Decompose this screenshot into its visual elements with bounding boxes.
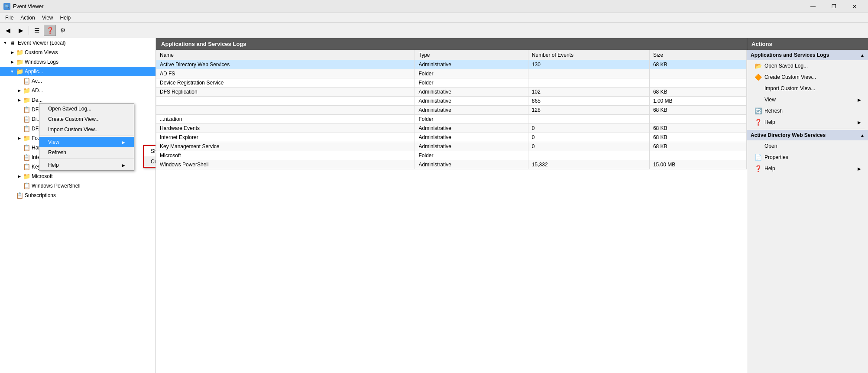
properties-button[interactable]: ⚙ bbox=[57, 25, 69, 36]
show-hide-button[interactable]: ☰ bbox=[31, 25, 43, 36]
table-row[interactable]: Device Registration Service Folder bbox=[156, 78, 747, 88]
tree-label: De... bbox=[32, 97, 42, 103]
center-panel-header: Applications and Services Logs bbox=[156, 38, 747, 50]
cell-type: Administrative bbox=[415, 142, 528, 151]
table-row[interactable]: AD FS Folder bbox=[156, 69, 747, 78]
action-label: Help bbox=[764, 119, 775, 125]
cell-type: Administrative bbox=[415, 88, 528, 97]
action-help2[interactable]: ❓ Help ▶ bbox=[747, 163, 868, 174]
table-row[interactable]: Active Directory Web Services Administra… bbox=[156, 60, 747, 69]
cell-events: 0 bbox=[528, 133, 649, 142]
action-refresh[interactable]: 🔄 Refresh bbox=[747, 105, 868, 117]
cell-name: Active Directory Web Services bbox=[156, 60, 415, 69]
minimize-button[interactable]: — bbox=[803, 0, 823, 13]
help-button[interactable]: ❓ bbox=[44, 25, 56, 36]
action-open[interactable]: Open bbox=[747, 140, 868, 152]
action-label: Import Custom View... bbox=[764, 85, 815, 91]
cell-name bbox=[156, 97, 415, 106]
cell-events bbox=[528, 78, 649, 88]
cell-size: 68 KB bbox=[649, 60, 746, 69]
expand-arrow: ▶ bbox=[9, 60, 16, 64]
table-row[interactable]: Microsoft Folder bbox=[156, 151, 747, 160]
table-row[interactable]: Hardware Events Administrative 0 68 KB bbox=[156, 124, 747, 133]
cell-type: Administrative bbox=[415, 60, 528, 69]
expand-arrow: ▶ bbox=[16, 174, 23, 178]
import-view-icon bbox=[754, 84, 762, 92]
ctx-view[interactable]: View ▶ bbox=[39, 137, 134, 147]
action-label: Create Custom View... bbox=[764, 74, 816, 80]
actions-header: Actions bbox=[747, 38, 868, 50]
col-name[interactable]: Name bbox=[156, 50, 415, 60]
tree-windows-powershell[interactable]: 📋 Windows PowerShell bbox=[0, 181, 155, 191]
action-import-custom-view[interactable]: Import Custom View... bbox=[747, 83, 868, 94]
col-size[interactable]: Size bbox=[649, 50, 746, 60]
action-label: Open bbox=[764, 143, 777, 149]
maximize-button[interactable]: ❐ bbox=[824, 0, 844, 13]
cell-events: 15,332 bbox=[528, 160, 649, 169]
menu-file[interactable]: File bbox=[2, 14, 17, 22]
cell-size bbox=[649, 78, 746, 88]
table-row[interactable]: ...nization Folder bbox=[156, 115, 747, 124]
ctx-import-custom-view[interactable]: Import Custom View... bbox=[39, 124, 134, 135]
tree-custom-views[interactable]: ▶ 📁 Custom Views bbox=[0, 48, 155, 57]
tree-event-viewer-local[interactable]: ▼ 🖥 Event Viewer (Local) bbox=[0, 38, 155, 48]
action-create-custom-view[interactable]: 🔶 Create Custom View... bbox=[747, 71, 868, 83]
cell-name: Internet Explorer bbox=[156, 133, 415, 142]
ctx-open-saved-log[interactable]: Open Saved Log... bbox=[39, 104, 134, 114]
cell-type: Folder bbox=[415, 151, 528, 160]
cell-name: Device Registration Service bbox=[156, 78, 415, 88]
tree-label: Windows PowerShell bbox=[32, 183, 81, 189]
action-section-apps-services[interactable]: Applications and Services Logs ▲ bbox=[747, 50, 868, 60]
open-icon bbox=[754, 142, 762, 150]
ctx-refresh[interactable]: Refresh bbox=[39, 147, 134, 158]
cell-events bbox=[528, 151, 649, 160]
expand-arrow: ▶ bbox=[16, 88, 23, 93]
tree-ac[interactable]: 📋 Ac... bbox=[0, 76, 155, 86]
table-row[interactable]: Administrative 865 1.00 MB bbox=[156, 97, 747, 106]
properties-icon: 📄 bbox=[754, 153, 762, 161]
tree-label: Event Viewer (Local) bbox=[18, 40, 66, 46]
action-label: Help bbox=[764, 165, 775, 172]
action-section-active-dir[interactable]: Active Directory Web Services ▲ bbox=[747, 130, 868, 140]
tree-subscriptions[interactable]: 📋 Subscriptions bbox=[0, 191, 155, 200]
expand-arrow: ▼ bbox=[9, 69, 16, 74]
help-icon: ❓ bbox=[754, 118, 762, 126]
tree-applications-services[interactable]: ▼ 📁 Applic... bbox=[0, 67, 155, 76]
toolbar: ◀ ▶ ☰ ❓ ⚙ bbox=[0, 23, 868, 38]
table-row[interactable]: Windows PowerShell Administrative 15,332… bbox=[156, 160, 747, 169]
cell-events bbox=[528, 115, 649, 124]
table-row[interactable]: DFS Replication Administrative 102 68 KB bbox=[156, 88, 747, 97]
back-button[interactable]: ◀ bbox=[2, 25, 14, 36]
tree-ad[interactable]: ▶ 📁 AD... bbox=[0, 86, 155, 95]
title-bar-controls: — ❐ ✕ bbox=[803, 0, 865, 13]
action-open-saved-log[interactable]: 📂 Open Saved Log... bbox=[747, 60, 868, 71]
expand-arrow: ▼ bbox=[2, 41, 9, 45]
menu-help[interactable]: Help bbox=[57, 14, 74, 22]
ctx-help[interactable]: Help ▶ bbox=[39, 160, 134, 170]
tree-microsoft[interactable]: ▶ 📁 Microsoft bbox=[0, 172, 155, 181]
ctx-create-custom-view[interactable]: Create Custom View... bbox=[39, 114, 134, 124]
tree-windows-logs[interactable]: ▶ 📁 Windows Logs bbox=[0, 57, 155, 67]
folder-icon: 📁 bbox=[16, 68, 23, 75]
action-view[interactable]: View ▶ bbox=[747, 94, 868, 105]
cell-type: Folder bbox=[415, 69, 528, 78]
table-row[interactable]: Internet Explorer Administrative 0 68 KB bbox=[156, 133, 747, 142]
sub-ctx-customize[interactable]: Customize... bbox=[144, 156, 156, 167]
menu-view[interactable]: View bbox=[39, 14, 57, 22]
sub-ctx-show-analytic[interactable]: Show Analytic and Debug Logs bbox=[144, 146, 156, 156]
folder-icon: 📁 bbox=[23, 173, 30, 180]
cell-events: 865 bbox=[528, 97, 649, 106]
forward-button[interactable]: ▶ bbox=[15, 25, 27, 36]
table-row[interactable]: Key Management Service Administrative 0 … bbox=[156, 142, 747, 151]
action-help[interactable]: ❓ Help ▶ bbox=[747, 117, 868, 128]
col-type[interactable]: Type bbox=[415, 50, 528, 60]
action-properties[interactable]: 📄 Properties bbox=[747, 152, 868, 163]
table-row[interactable]: Administrative 128 68 KB bbox=[156, 106, 747, 115]
title-bar: 🔍 Event Viewer — ❐ ✕ bbox=[0, 0, 868, 13]
col-events[interactable]: Number of Events bbox=[528, 50, 649, 60]
cell-size: 68 KB bbox=[649, 133, 746, 142]
expand-arrow: ▶ bbox=[16, 136, 23, 140]
close-button[interactable]: ✕ bbox=[845, 0, 865, 13]
action-label: Refresh bbox=[764, 108, 783, 114]
menu-action[interactable]: Action bbox=[17, 14, 38, 22]
